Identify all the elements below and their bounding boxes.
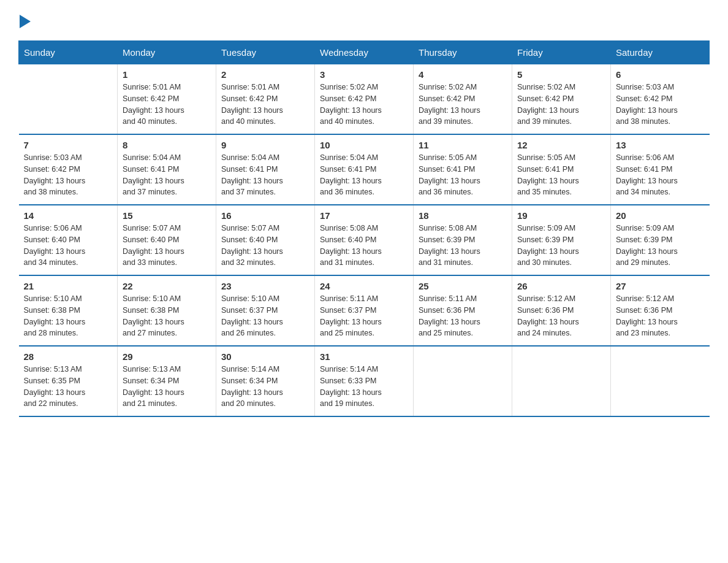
day-number: 3 <box>320 69 408 80</box>
day-info: Sunrise: 5:11 AM Sunset: 6:36 PM Dayligh… <box>419 293 507 339</box>
day-info: Sunrise: 5:12 AM Sunset: 6:36 PM Dayligh… <box>616 293 705 339</box>
calendar-table: SundayMondayTuesdayWednesdayThursdayFrid… <box>18 40 710 417</box>
day-number: 15 <box>123 210 211 221</box>
calendar-week-row: 1Sunrise: 5:01 AM Sunset: 6:42 PM Daylig… <box>19 64 710 135</box>
day-number: 2 <box>221 69 309 80</box>
day-info: Sunrise: 5:06 AM Sunset: 6:40 PM Dayligh… <box>24 223 113 269</box>
day-info: Sunrise: 5:11 AM Sunset: 6:37 PM Dayligh… <box>320 293 408 339</box>
day-info: Sunrise: 5:04 AM Sunset: 6:41 PM Dayligh… <box>123 152 211 198</box>
day-number: 29 <box>123 351 211 362</box>
day-info: Sunrise: 5:02 AM Sunset: 6:42 PM Dayligh… <box>419 82 507 128</box>
day-info: Sunrise: 5:03 AM Sunset: 6:42 PM Dayligh… <box>24 152 113 198</box>
day-number: 21 <box>24 281 113 291</box>
calendar-day-cell: 25Sunrise: 5:11 AM Sunset: 6:36 PM Dayli… <box>414 275 512 346</box>
day-info: Sunrise: 5:09 AM Sunset: 6:39 PM Dayligh… <box>517 223 605 269</box>
day-info: Sunrise: 5:10 AM Sunset: 6:38 PM Dayligh… <box>24 293 113 339</box>
calendar-day-cell: 21Sunrise: 5:10 AM Sunset: 6:38 PM Dayli… <box>19 275 118 346</box>
day-number: 13 <box>616 140 705 150</box>
day-number: 6 <box>616 69 705 80</box>
weekday-header-wednesday: Wednesday <box>315 41 414 64</box>
day-info: Sunrise: 5:01 AM Sunset: 6:42 PM Dayligh… <box>221 82 309 128</box>
calendar-empty-cell <box>512 346 611 416</box>
day-number: 25 <box>419 281 507 291</box>
calendar-day-cell: 18Sunrise: 5:08 AM Sunset: 6:39 PM Dayli… <box>414 205 512 275</box>
calendar-week-row: 28Sunrise: 5:13 AM Sunset: 6:35 PM Dayli… <box>19 346 710 416</box>
calendar-day-cell: 16Sunrise: 5:07 AM Sunset: 6:40 PM Dayli… <box>216 205 315 275</box>
day-info: Sunrise: 5:14 AM Sunset: 6:33 PM Dayligh… <box>320 364 408 410</box>
weekday-header-thursday: Thursday <box>414 41 512 64</box>
calendar-day-cell: 8Sunrise: 5:04 AM Sunset: 6:41 PM Daylig… <box>118 134 216 205</box>
calendar-day-cell: 19Sunrise: 5:09 AM Sunset: 6:39 PM Dayli… <box>512 205 611 275</box>
day-number: 30 <box>221 351 309 362</box>
day-info: Sunrise: 5:07 AM Sunset: 6:40 PM Dayligh… <box>221 223 309 269</box>
weekday-header-friday: Friday <box>512 41 611 64</box>
calendar-week-row: 14Sunrise: 5:06 AM Sunset: 6:40 PM Dayli… <box>19 205 710 275</box>
day-number: 14 <box>24 210 113 221</box>
day-number: 24 <box>320 281 408 291</box>
day-number: 28 <box>24 351 113 362</box>
day-info: Sunrise: 5:10 AM Sunset: 6:38 PM Dayligh… <box>123 293 211 339</box>
calendar-day-cell: 12Sunrise: 5:05 AM Sunset: 6:41 PM Dayli… <box>512 134 611 205</box>
calendar-header-row: SundayMondayTuesdayWednesdayThursdayFrid… <box>19 41 710 64</box>
day-number: 22 <box>123 281 211 291</box>
day-info: Sunrise: 5:09 AM Sunset: 6:39 PM Dayligh… <box>616 223 705 269</box>
calendar-day-cell: 14Sunrise: 5:06 AM Sunset: 6:40 PM Dayli… <box>19 205 118 275</box>
calendar-day-cell: 17Sunrise: 5:08 AM Sunset: 6:40 PM Dayli… <box>315 205 414 275</box>
day-number: 7 <box>24 140 113 150</box>
day-info: Sunrise: 5:06 AM Sunset: 6:41 PM Dayligh… <box>616 152 705 198</box>
calendar-day-cell: 29Sunrise: 5:13 AM Sunset: 6:34 PM Dayli… <box>118 346 216 416</box>
calendar-week-row: 21Sunrise: 5:10 AM Sunset: 6:38 PM Dayli… <box>19 275 710 346</box>
calendar-day-cell: 22Sunrise: 5:10 AM Sunset: 6:38 PM Dayli… <box>118 275 216 346</box>
calendar-day-cell: 1Sunrise: 5:01 AM Sunset: 6:42 PM Daylig… <box>118 64 216 135</box>
day-info: Sunrise: 5:14 AM Sunset: 6:34 PM Dayligh… <box>221 364 309 410</box>
weekday-header-saturday: Saturday <box>611 41 710 64</box>
day-number: 12 <box>517 140 605 150</box>
day-number: 11 <box>419 140 507 150</box>
calendar-day-cell: 5Sunrise: 5:02 AM Sunset: 6:42 PM Daylig… <box>512 64 611 135</box>
day-info: Sunrise: 5:02 AM Sunset: 6:42 PM Dayligh… <box>517 82 605 128</box>
calendar-empty-cell <box>611 346 710 416</box>
day-number: 16 <box>221 210 309 221</box>
day-number: 18 <box>419 210 507 221</box>
calendar-day-cell: 26Sunrise: 5:12 AM Sunset: 6:36 PM Dayli… <box>512 275 611 346</box>
day-number: 19 <box>517 210 605 221</box>
day-number: 20 <box>616 210 705 221</box>
day-number: 1 <box>123 69 211 80</box>
calendar-day-cell: 24Sunrise: 5:11 AM Sunset: 6:37 PM Dayli… <box>315 275 414 346</box>
day-info: Sunrise: 5:08 AM Sunset: 6:39 PM Dayligh… <box>419 223 507 269</box>
weekday-header-tuesday: Tuesday <box>216 41 315 64</box>
day-info: Sunrise: 5:12 AM Sunset: 6:36 PM Dayligh… <box>517 293 605 339</box>
calendar-day-cell: 13Sunrise: 5:06 AM Sunset: 6:41 PM Dayli… <box>611 134 710 205</box>
day-info: Sunrise: 5:07 AM Sunset: 6:40 PM Dayligh… <box>123 223 211 269</box>
day-info: Sunrise: 5:08 AM Sunset: 6:40 PM Dayligh… <box>320 223 408 269</box>
page-header <box>18 12 710 28</box>
day-info: Sunrise: 5:05 AM Sunset: 6:41 PM Dayligh… <box>517 152 605 198</box>
day-info: Sunrise: 5:04 AM Sunset: 6:41 PM Dayligh… <box>221 152 309 198</box>
day-number: 17 <box>320 210 408 221</box>
day-number: 27 <box>616 281 705 291</box>
day-number: 23 <box>221 281 309 291</box>
calendar-day-cell: 20Sunrise: 5:09 AM Sunset: 6:39 PM Dayli… <box>611 205 710 275</box>
svg-marker-0 <box>20 15 31 28</box>
day-info: Sunrise: 5:10 AM Sunset: 6:37 PM Dayligh… <box>221 293 309 339</box>
day-number: 5 <box>517 69 605 80</box>
calendar-day-cell: 28Sunrise: 5:13 AM Sunset: 6:35 PM Dayli… <box>19 346 118 416</box>
calendar-day-cell: 10Sunrise: 5:04 AM Sunset: 6:41 PM Dayli… <box>315 134 414 205</box>
calendar-day-cell: 9Sunrise: 5:04 AM Sunset: 6:41 PM Daylig… <box>216 134 315 205</box>
day-info: Sunrise: 5:13 AM Sunset: 6:35 PM Dayligh… <box>24 364 113 410</box>
calendar-empty-cell <box>414 346 512 416</box>
day-number: 4 <box>419 69 507 80</box>
calendar-day-cell: 30Sunrise: 5:14 AM Sunset: 6:34 PM Dayli… <box>216 346 315 416</box>
logo-arrow-icon <box>20 15 31 31</box>
logo <box>18 12 31 28</box>
weekday-header-sunday: Sunday <box>19 41 118 64</box>
calendar-day-cell: 11Sunrise: 5:05 AM Sunset: 6:41 PM Dayli… <box>414 134 512 205</box>
day-info: Sunrise: 5:05 AM Sunset: 6:41 PM Dayligh… <box>419 152 507 198</box>
day-info: Sunrise: 5:04 AM Sunset: 6:41 PM Dayligh… <box>320 152 408 198</box>
calendar-day-cell: 3Sunrise: 5:02 AM Sunset: 6:42 PM Daylig… <box>315 64 414 135</box>
calendar-day-cell: 4Sunrise: 5:02 AM Sunset: 6:42 PM Daylig… <box>414 64 512 135</box>
day-number: 8 <box>123 140 211 150</box>
calendar-day-cell: 6Sunrise: 5:03 AM Sunset: 6:42 PM Daylig… <box>611 64 710 135</box>
day-info: Sunrise: 5:01 AM Sunset: 6:42 PM Dayligh… <box>123 82 211 128</box>
day-number: 26 <box>517 281 605 291</box>
